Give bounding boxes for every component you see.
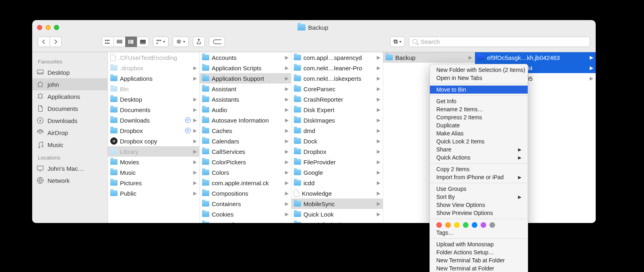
- finder-item[interactable]: Knowledge▶: [291, 188, 383, 198]
- finder-item[interactable]: ef9fOc5asgk…kh,jb042463▶: [475, 52, 596, 63]
- finder-item[interactable]: Cookies▶: [200, 209, 291, 219]
- finder-item[interactable]: Accounts▶: [200, 52, 291, 63]
- finder-item[interactable]: Containers▶: [200, 198, 291, 209]
- finder-column[interactable]: com.appl…sparencyd▶com.nekt…leaner-Pro▶c…: [291, 52, 383, 223]
- finder-item[interactable]: Backup▶: [383, 52, 475, 63]
- finder-item[interactable]: Caches▶: [200, 125, 291, 136]
- menu-item[interactable]: Sort By▶: [430, 193, 528, 201]
- finder-item[interactable]: com.appl…sparencyd▶: [291, 52, 383, 63]
- finder-item[interactable]: FileProvider▶: [291, 157, 383, 167]
- finder-item[interactable]: com.nekt…iskexperts▶: [291, 73, 383, 84]
- tag-color-dot[interactable]: [463, 222, 469, 228]
- finder-item[interactable]: dmd▶: [291, 125, 383, 136]
- action-button[interactable]: ✻ ▾: [173, 37, 189, 47]
- finder-column[interactable]: .CFUserTextEncoding.dropbox▶Applications…: [108, 52, 200, 223]
- menu-item[interactable]: Tags…: [430, 229, 528, 237]
- finder-item[interactable]: Desktop▶: [108, 94, 199, 104]
- menu-item[interactable]: Share▶: [430, 145, 528, 153]
- menu-item[interactable]: Upload with Monosnap: [430, 240, 528, 248]
- menu-item[interactable]: Compress 2 Items: [430, 113, 528, 121]
- finder-item[interactable]: CoreParsec▶: [291, 84, 383, 94]
- menu-item[interactable]: Show Preview Options: [430, 209, 528, 217]
- close-button[interactable]: [37, 25, 42, 30]
- finder-item[interactable]: Dock▶: [291, 136, 383, 146]
- finder-item[interactable]: Application Scripts▶: [200, 63, 291, 73]
- sidebar-item-airdrop[interactable]: AirDrop: [32, 127, 107, 139]
- tag-color-dot[interactable]: [472, 222, 477, 228]
- finder-item[interactable]: .CFUserTextEncoding: [108, 52, 199, 63]
- sidebar-item-applications[interactable]: Applications: [32, 90, 107, 102]
- finder-item[interactable]: Documents▶: [108, 104, 199, 115]
- finder-item[interactable]: Application Support▶: [200, 73, 291, 84]
- menu-item[interactable]: Quick Actions▶: [430, 153, 528, 162]
- dropbox-toolbar-button[interactable]: ⧉ ▾: [390, 37, 405, 47]
- finder-item[interactable]: Audio▶: [200, 104, 291, 115]
- finder-column[interactable]: Accounts▶Application Scripts▶Application…: [200, 52, 291, 223]
- finder-item[interactable]: Assistant▶: [200, 84, 291, 94]
- finder-item[interactable]: Bin: [108, 84, 199, 94]
- menu-item[interactable]: New Folder with Selection (2 Items): [430, 66, 528, 74]
- finder-item[interactable]: Google▶: [291, 167, 383, 178]
- finder-item[interactable]: Music▶: [108, 167, 199, 178]
- finder-item[interactable]: Pictures▶: [108, 178, 199, 188]
- menu-item[interactable]: Show View Options: [430, 201, 528, 209]
- tag-color-dot[interactable]: [445, 222, 451, 228]
- finder-item[interactable]: Compositions▶: [200, 188, 291, 198]
- finder-item[interactable]: Movies▶: [108, 157, 199, 167]
- finder-item[interactable]: MobileSync▶: [291, 198, 383, 209]
- finder-item[interactable]: ColorPickers▶: [200, 157, 291, 167]
- finder-item[interactable]: CrashReporter▶: [291, 94, 383, 104]
- tag-color-dot[interactable]: [436, 222, 442, 228]
- menu-item[interactable]: New Terminal Tab at Folder: [430, 256, 528, 264]
- zoom-button[interactable]: [54, 25, 59, 30]
- finder-item[interactable]: Calendars▶: [200, 136, 291, 146]
- finder-item[interactable]: Downloads⟳▶: [108, 115, 199, 125]
- view-list-button[interactable]: [114, 37, 126, 47]
- finder-item[interactable]: Dropbox⟳▶: [108, 125, 199, 136]
- finder-item[interactable]: Quick Look▶: [291, 209, 383, 219]
- sidebar-item-network[interactable]: Network: [32, 174, 107, 186]
- finder-item[interactable]: Applications▶: [108, 73, 199, 84]
- view-columns-button[interactable]: [125, 37, 137, 47]
- menu-item[interactable]: Use Groups: [430, 185, 528, 193]
- finder-item[interactable]: icdd▶: [291, 178, 383, 188]
- menu-item[interactable]: Import from iPhone or iPad▶: [430, 173, 528, 181]
- tag-color-dot[interactable]: [489, 222, 495, 228]
- forward-button[interactable]: [50, 37, 62, 47]
- finder-item[interactable]: com.nekt…leaner-Pro▶: [291, 63, 383, 73]
- sidebar-item-music[interactable]: Music: [32, 139, 107, 151]
- menu-item[interactable]: Open in New Tabs: [430, 74, 528, 82]
- finder-item[interactable]: CoreFollowUp▶: [200, 219, 291, 223]
- finder-item[interactable]: Public▶: [108, 188, 199, 198]
- menu-item[interactable]: Quick Look 2 Items: [430, 137, 528, 145]
- minimize-button[interactable]: [45, 25, 51, 30]
- menu-item[interactable]: Rename 2 Items…: [430, 105, 528, 113]
- menu-item[interactable]: New Terminal at Folder: [430, 264, 528, 272]
- menu-item[interactable]: Get Info: [430, 97, 528, 105]
- sidebar-item-desktop[interactable]: Desktop: [32, 66, 107, 78]
- finder-item[interactable]: Library▶: [108, 146, 199, 157]
- sidebar-item-john-s-mac-[interactable]: John's Mac…: [32, 162, 107, 174]
- search-field[interactable]: Search: [409, 37, 590, 47]
- finder-item[interactable]: DiskImages▶: [291, 115, 383, 125]
- finder-item[interactable]: CallServices▶: [200, 146, 291, 157]
- menu-item[interactable]: Move to Bin: [430, 86, 528, 94]
- finder-item[interactable]: ⧈Dropbox copy▶: [108, 136, 199, 146]
- finder-item[interactable]: Colors▶: [200, 167, 291, 178]
- menu-item[interactable]: Duplicate: [430, 121, 528, 129]
- finder-item[interactable]: com.apple.internal.ck▶: [200, 178, 291, 188]
- finder-item[interactable]: .dropbox▶: [108, 63, 199, 73]
- menu-item[interactable]: Make Alias: [430, 129, 528, 137]
- finder-item[interactable]: syncdefaultsd▶: [291, 219, 383, 223]
- finder-item[interactable]: Autosave Information▶: [200, 115, 291, 125]
- share-button[interactable]: [193, 37, 205, 47]
- menu-item[interactable]: Copy 2 Items: [430, 165, 528, 173]
- sidebar-item-downloads[interactable]: Downloads: [32, 115, 107, 127]
- group-by-button[interactable]: ▾: [153, 37, 169, 47]
- tag-color-dot[interactable]: [454, 222, 460, 228]
- finder-item[interactable]: Disk Expert▶: [291, 104, 383, 115]
- sidebar-item-documents[interactable]: Documents: [32, 102, 107, 115]
- tags-button[interactable]: [209, 37, 225, 47]
- view-icons-button[interactable]: [102, 37, 114, 47]
- finder-item[interactable]: Assistants▶: [200, 94, 291, 104]
